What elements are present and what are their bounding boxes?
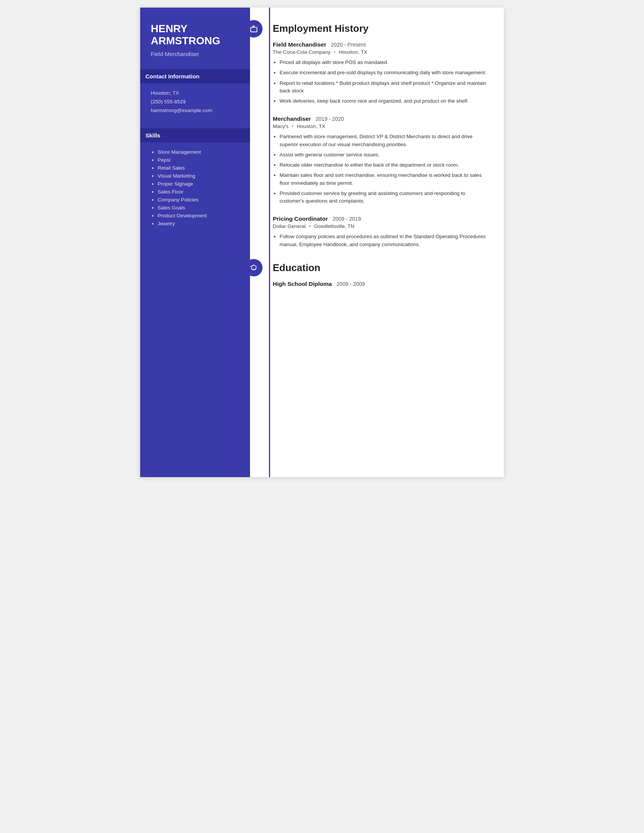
employment-title: Employment History <box>273 23 369 34</box>
bullet-item: Relocate older merchandise to either the… <box>280 161 487 169</box>
contact-section-header: Contact Information <box>140 69 250 83</box>
resume-container: HENRY ARMSTRONG Field Merchandiser Conta… <box>140 8 504 477</box>
education-title: Education <box>273 262 320 274</box>
degree-dates: 2009 - 2009 <box>336 281 365 287</box>
timeline-line <box>269 8 270 477</box>
skill-item: Jewelry <box>158 221 240 227</box>
job-2-company: Macy's • Houston, TX <box>273 124 487 129</box>
contact-phone: (250) 555-8529 <box>151 99 240 105</box>
job-1-title-row: Field Merchandiser 2020 - Present <box>273 41 487 48</box>
contact-info: Houston, TX (250) 555-8529 harmstrong@ex… <box>151 90 240 116</box>
skill-item: Visual Marketing <box>158 173 240 179</box>
job-2-title: Merchandiser <box>273 116 311 122</box>
main-content: Employment History Field Merchandiser 20… <box>250 8 504 477</box>
job-2-bullets: Partnered with store management, Distric… <box>273 133 487 205</box>
graduation-cap-icon <box>245 259 262 277</box>
education-section: Education High School Diploma 2009 - 200… <box>273 262 487 287</box>
bullet-item: Priced all displays with store POS as ma… <box>280 59 487 66</box>
job-1-bullets: Priced all displays with store POS as ma… <box>273 59 487 105</box>
skill-item: Sales Floor <box>158 189 240 195</box>
bullet-item: Maintain sales floor and sort merchandis… <box>280 172 487 187</box>
job-3: Pricing Coordinator 2009 - 2019 Dollar G… <box>273 215 487 248</box>
candidate-title: Field Merchandiser <box>151 51 240 57</box>
skill-item: Sales Goals <box>158 205 240 211</box>
contact-location: Houston, TX <box>151 90 240 96</box>
bullet-item: Provided customer service by greeting an… <box>280 190 487 205</box>
skill-item: Retail Sales <box>158 165 240 171</box>
bullet-item: Partnered with store management, Distric… <box>280 133 487 148</box>
job-1-dates: 2020 - Present <box>331 42 366 48</box>
job-3-bullets: Follow company policies and procedures a… <box>273 233 487 248</box>
job-3-title-row: Pricing Coordinator 2009 - 2019 <box>273 215 487 222</box>
job-2-dates: 2019 - 2020 <box>316 116 344 122</box>
skills-section-header: Skills <box>140 129 250 142</box>
job-3-title: Pricing Coordinator <box>273 215 328 222</box>
job-2: Merchandiser 2019 - 2020 Macy's • Housto… <box>273 116 487 205</box>
employment-section: Employment History Field Merchandiser 20… <box>273 23 487 248</box>
education-header-row: Education <box>273 262 487 274</box>
sidebar: HENRY ARMSTRONG Field Merchandiser Conta… <box>140 8 250 477</box>
degree-title: High School Diploma <box>273 281 332 287</box>
bullet-item: Follow company policies and procedures a… <box>280 233 487 248</box>
candidate-name: HENRY ARMSTRONG <box>151 23 240 47</box>
bullet-item: Report to retail locations * Build produ… <box>280 79 487 95</box>
job-2-title-row: Merchandiser 2019 - 2020 <box>273 116 487 122</box>
bullet-item: Execute incremental and pre-sold display… <box>280 69 487 77</box>
skill-item: Company Policies <box>158 197 240 203</box>
bullet-item: Assist with general customer service iss… <box>280 151 487 159</box>
job-1: Field Merchandiser 2020 - Present The Co… <box>273 41 487 105</box>
job-1-title: Field Merchandiser <box>273 41 326 48</box>
job-1-company: The Coca-Cola Company • Houston, TX <box>273 49 487 55</box>
skills-list: Store Management Pepsi Retail Sales Visu… <box>151 149 240 229</box>
education-item-1: High School Diploma 2009 - 2009 <box>273 281 487 287</box>
skill-item: Store Management <box>158 149 240 155</box>
contact-email: harmstrong@example.com <box>151 108 240 113</box>
briefcase-icon <box>245 20 262 37</box>
job-3-dates: 2009 - 2019 <box>333 216 361 222</box>
skill-item: Product Development <box>158 213 240 219</box>
bullet-item: Work deliveries, keep back rooms nice an… <box>280 97 487 105</box>
job-3-company: Dollar General • Goodlettsville, TN <box>273 224 487 229</box>
skill-item: Proper Signage <box>158 181 240 187</box>
employment-header-row: Employment History <box>273 23 487 34</box>
skill-item: Pepsi <box>158 157 240 163</box>
